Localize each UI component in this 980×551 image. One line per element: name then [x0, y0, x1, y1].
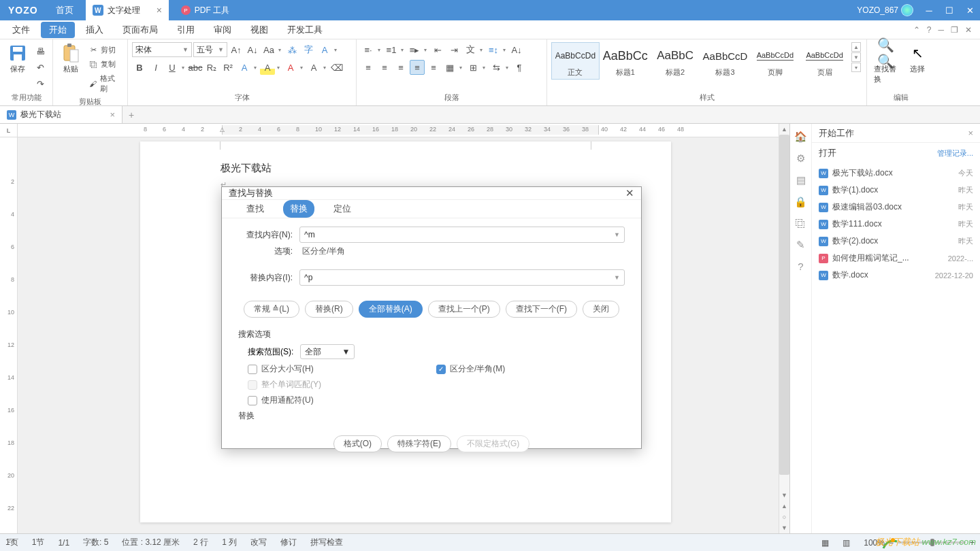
dialog-title-bar[interactable]: 查找与替换 ✕ [222, 187, 641, 200]
dialog-tab-替换[interactable]: 替换 [283, 200, 314, 218]
find-next-button[interactable]: 查找下一个(F) [506, 301, 577, 318]
style-页眉[interactable]: AaBbCcDd页眉 [800, 42, 849, 80]
recent-file[interactable]: W极光下载站.docx今天 [812, 165, 980, 182]
font-name-combo[interactable]: 宋体▼ [132, 42, 192, 57]
text-direction-button[interactable]: 文 [463, 42, 478, 57]
close-window-button[interactable]: ✕ [960, 5, 980, 16]
close-icon[interactable]: × [157, 5, 162, 16]
style-up-icon[interactable]: ▲ [851, 42, 861, 52]
char-shading-button[interactable]: A [306, 60, 321, 75]
recent-file[interactable]: W数学111.docx昨天 [812, 216, 980, 233]
task-lock-icon[interactable]: 🔒 [794, 196, 807, 208]
case-checkbox[interactable]: 区分大小写(H) [248, 363, 436, 375]
align-right-button[interactable]: ≡ [393, 60, 408, 75]
cut-button[interactable]: ✂剪切 [86, 44, 123, 56]
chevron-down-icon[interactable]: ▼ [614, 274, 620, 281]
underline-button[interactable]: U [165, 60, 180, 75]
scroll-down-icon[interactable]: ▼ [779, 490, 789, 501]
doc-type-tab-active[interactable]: W 文字处理 × [86, 0, 169, 20]
bold-button[interactable]: B [132, 60, 147, 75]
menu-插入[interactable]: 插入 [78, 22, 112, 38]
style-down-icon[interactable]: ▼ [851, 52, 861, 62]
clear-format-button[interactable]: ⌫ [329, 60, 344, 75]
document-tab[interactable]: W 极光下载站 × [0, 106, 122, 123]
home-tab[interactable]: 首页 [44, 0, 86, 20]
menu-引用[interactable]: 引用 [169, 22, 203, 38]
close-icon[interactable]: × [110, 110, 115, 120]
menu-文件[interactable]: 文件 [4, 22, 38, 38]
manage-records-link[interactable]: 管理记录... [937, 148, 973, 158]
decrease-indent-button[interactable]: ⇤ [430, 42, 445, 57]
style-more-icon[interactable]: ▾ [851, 63, 861, 72]
save-button[interactable]: 保存 [4, 42, 31, 76]
highlight-button[interactable]: A [260, 60, 275, 75]
replace-button[interactable]: 替换(R) [305, 301, 353, 318]
add-tab-button[interactable]: + [122, 106, 140, 123]
font-color-button[interactable]: A [283, 60, 298, 75]
justify-button[interactable]: ≡ [410, 60, 425, 75]
menu-视图[interactable]: 视图 [242, 22, 276, 38]
change-case-button[interactable]: Aa [261, 42, 276, 57]
close-icon[interactable]: ✕ [965, 25, 972, 35]
distribute-button[interactable]: ≡ [426, 60, 441, 75]
task-help-icon[interactable]: ? [798, 261, 803, 272]
recent-file[interactable]: W数学(2).docx昨天 [812, 233, 980, 250]
italic-button[interactable]: I [148, 60, 163, 75]
search-range-combo[interactable]: 全部▼ [300, 344, 355, 359]
help-icon[interactable]: ? [927, 25, 932, 35]
next-page-icon[interactable]: ▼ [779, 522, 789, 533]
replace-all-button[interactable]: 全部替换(A) [359, 301, 423, 318]
recent-file[interactable]: W数学(1).docx昨天 [812, 182, 980, 199]
view-web-icon[interactable]: ▥ [843, 538, 850, 548]
show-marks-button[interactable]: ¶ [512, 60, 527, 75]
view-print-icon[interactable]: ▦ [821, 538, 829, 548]
dialog-tab-定位[interactable]: 定位 [327, 200, 358, 218]
task-layout-icon[interactable]: ▤ [796, 174, 806, 186]
task-home-icon[interactable]: 🏠 [794, 131, 807, 143]
width-checkbox[interactable]: ✓区分全/半角(M) [436, 363, 625, 375]
print-button[interactable]: 🖶 [33, 44, 48, 59]
recent-file[interactable]: P如何使用糯词笔记_...2022-... [812, 250, 980, 267]
select-button[interactable]: ↖ 选择 [904, 42, 931, 76]
menu-开发工具[interactable]: 开发工具 [279, 22, 331, 38]
close-icon[interactable]: × [968, 128, 973, 138]
enclose-button[interactable]: 字 [301, 42, 316, 57]
pdf-tool-tab[interactable]: P PDF 工具 [169, 0, 242, 20]
style-标题1[interactable]: AaBbCc标题1 [601, 42, 650, 80]
style-页脚[interactable]: AaBbCcDd页脚 [751, 42, 800, 80]
style-正文[interactable]: AaBbCcDd正文 [551, 42, 600, 80]
recent-file[interactable]: W极速编辑器03.docx昨天 [812, 199, 980, 216]
close-button[interactable]: 关闭 [583, 301, 619, 318]
prev-page-icon[interactable]: ▲ [779, 501, 789, 512]
scroll-up-icon[interactable]: ▲ [779, 124, 789, 135]
shading-button[interactable]: ▦ [442, 60, 457, 75]
line-spacing-button[interactable]: ≡↕ [486, 42, 501, 57]
special-button[interactable]: 特殊字符(E) [387, 435, 451, 452]
numbering-button[interactable]: ≡1 [384, 42, 399, 57]
subscript-button[interactable]: R₂ [204, 60, 219, 75]
phonetic-button[interactable]: ⁂ [284, 42, 299, 57]
chevron-down-icon[interactable]: ▼ [614, 231, 620, 238]
align-center-button[interactable]: ≡ [377, 60, 392, 75]
document-text[interactable]: 极光下载站 [220, 162, 272, 175]
format-button[interactable]: 格式(O) [333, 435, 382, 452]
sort-button[interactable]: A↓ [509, 42, 524, 57]
dialog-tab-查找[interactable]: 查找 [240, 200, 271, 218]
superscript-button[interactable]: R² [220, 60, 235, 75]
copy-button[interactable]: ⿻复制 [86, 58, 123, 71]
text-effect-button[interactable]: A [237, 60, 252, 75]
menu-审阅[interactable]: 审阅 [206, 22, 240, 38]
find-prev-button[interactable]: 查找上一个(P) [428, 301, 500, 318]
increase-font-button[interactable]: A↑ [229, 42, 244, 57]
multilevel-button[interactable]: ≡▸ [407, 42, 422, 57]
bullets-button[interactable]: ≡· [361, 42, 376, 57]
account-area[interactable]: YOZO_867 [851, 4, 919, 16]
recent-file[interactable]: W数学.docx2022-12-20 [812, 267, 980, 284]
minimize-button[interactable]: ─ [919, 5, 939, 16]
status-spell[interactable]: 拼写检查 [310, 537, 343, 548]
align-left-button[interactable]: ≡ [361, 60, 376, 75]
browse-object-icon[interactable]: ○ [779, 512, 789, 522]
font-size-combo[interactable]: 五号▼ [193, 42, 227, 57]
scroll-thumb[interactable] [779, 135, 789, 475]
menu-页面布局[interactable]: 页面布局 [114, 22, 166, 38]
